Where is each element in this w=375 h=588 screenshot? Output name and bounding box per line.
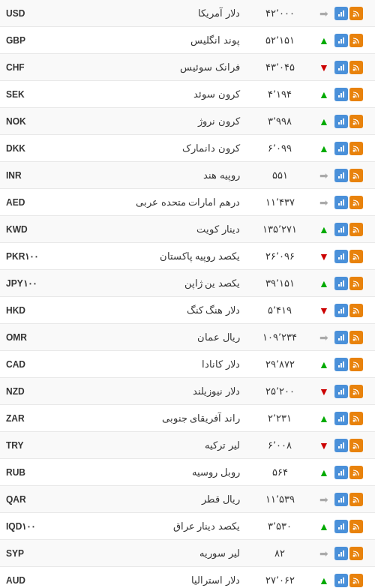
chart-icon[interactable] [334,169,348,182]
svg-rect-3 [343,10,344,16]
rss-icon[interactable] [350,331,363,344]
rss-icon[interactable] [350,61,363,74]
svg-point-48 [353,338,356,340]
currency-code: SEK [3,89,48,100]
svg-rect-35 [343,226,344,232]
up-arrow: ▲ [319,116,329,128]
chart-icon[interactable] [334,520,348,533]
rss-icon[interactable] [350,115,363,128]
action-icons [334,574,372,587]
rss-icon[interactable] [350,439,363,452]
currency-value: ۱۱٬۵۳۹ [246,494,314,505]
currency-code: AUD [3,575,48,586]
table-row: ▲۳٬۵۳۰یکصد دینار عراقIQD۱۰۰ [0,513,375,540]
action-icons [334,61,372,74]
chart-icon[interactable] [334,61,348,74]
svg-rect-34 [340,228,342,232]
currency-value: ۳۹٬۱۵۱ [246,278,314,289]
rss-icon[interactable] [350,250,363,263]
rss-icon[interactable] [350,493,363,506]
currency-code: PKR۱۰۰ [3,251,48,262]
chart-icon[interactable] [334,358,348,371]
chart-icon[interactable] [334,439,348,452]
svg-rect-57 [338,392,340,394]
rss-icon[interactable] [350,142,363,155]
currency-name: درهم امارات متحده عربی [48,196,246,208]
table-row: ▼۶٬۰۰۸لیر ترکیهTRY [0,432,375,459]
svg-rect-74 [340,498,342,502]
rss-icon[interactable] [350,385,363,398]
svg-rect-82 [340,552,342,556]
chart-icon[interactable] [334,466,348,479]
chart-icon[interactable] [334,88,348,101]
chart-icon[interactable] [334,115,348,128]
currency-code: RUB [3,467,48,478]
rss-icon[interactable] [350,466,363,479]
up-arrow: ▲ [319,278,329,290]
svg-rect-14 [340,93,342,98]
chart-icon[interactable] [334,250,348,263]
rss-icon[interactable] [350,520,363,533]
svg-point-52 [353,365,356,368]
down-arrow: ▼ [319,440,329,452]
currency-name: دلار استرالیا [48,574,246,586]
table-row: ➡۱۰۹٬۲۳۴ریال عمانOMR [0,324,375,351]
chart-icon[interactable] [334,277,348,290]
chart-icon[interactable] [334,34,348,47]
trend-arrow: ➡ [314,8,334,20]
table-row: ▲۶٬۰۹۹کرون دانمارکDKK [0,135,375,162]
rss-icon[interactable] [350,34,363,47]
action-icons [334,277,372,290]
rss-icon[interactable] [350,88,363,101]
rss-icon[interactable] [350,223,363,236]
chart-icon[interactable] [334,7,348,20]
svg-rect-18 [340,120,342,124]
trend-arrow: ➡ [314,196,334,208]
rss-icon[interactable] [350,196,363,209]
table-row: ➡۱۱٬۴۳۷درهم امارات متحده عربیAED [0,189,375,216]
svg-rect-31 [343,200,344,206]
currency-code: CAD [3,359,48,370]
svg-rect-27 [343,172,344,178]
chart-icon[interactable] [334,304,348,317]
svg-rect-39 [343,254,344,260]
up-arrow: ▲ [319,142,329,154]
chart-icon[interactable] [334,493,348,506]
chart-icon[interactable] [334,196,348,209]
trend-arrow: ▲ [314,224,334,236]
currency-code: SYP [3,548,48,559]
action-icons [334,385,372,398]
svg-point-68 [353,473,356,476]
chart-icon[interactable] [334,547,348,560]
currency-name: ریال عمان [48,332,246,343]
currency-code: QAR [3,494,48,505]
rss-icon[interactable] [350,277,363,290]
svg-point-16 [353,122,356,124]
table-row: ▲۵۶۴روبل روسیهRUB [0,459,375,486]
svg-rect-30 [340,201,342,206]
chart-icon[interactable] [334,385,348,398]
rss-icon[interactable] [350,547,363,560]
down-arrow: ▼ [319,386,329,398]
chart-icon[interactable] [334,331,348,344]
up-arrow: ▲ [319,88,329,100]
rss-icon[interactable] [350,412,363,425]
rss-icon[interactable] [350,169,363,182]
chart-icon[interactable] [334,223,348,236]
currency-table: ➡۴۲٬۰۰۰دلار آمریکاUSD▲۵۲٬۱۵۱پوند انگلیسG… [0,0,375,588]
action-icons [334,34,372,47]
svg-rect-10 [340,66,342,70]
table-row: ▲۲۹٬۸۷۲دلار کاناداCAD [0,351,375,378]
svg-rect-13 [338,95,340,98]
rss-icon[interactable] [350,358,363,371]
currency-value: ۴۲٬۰۰۰ [246,8,314,19]
rss-icon[interactable] [350,574,363,587]
rss-icon[interactable] [350,304,363,317]
chart-icon[interactable] [334,412,348,425]
chart-icon[interactable] [334,142,348,155]
rss-icon[interactable] [350,7,363,20]
currency-name: روپیه هند [48,170,246,181]
svg-point-40 [353,284,356,286]
up-arrow: ▲ [319,224,329,236]
chart-icon[interactable] [334,574,348,587]
